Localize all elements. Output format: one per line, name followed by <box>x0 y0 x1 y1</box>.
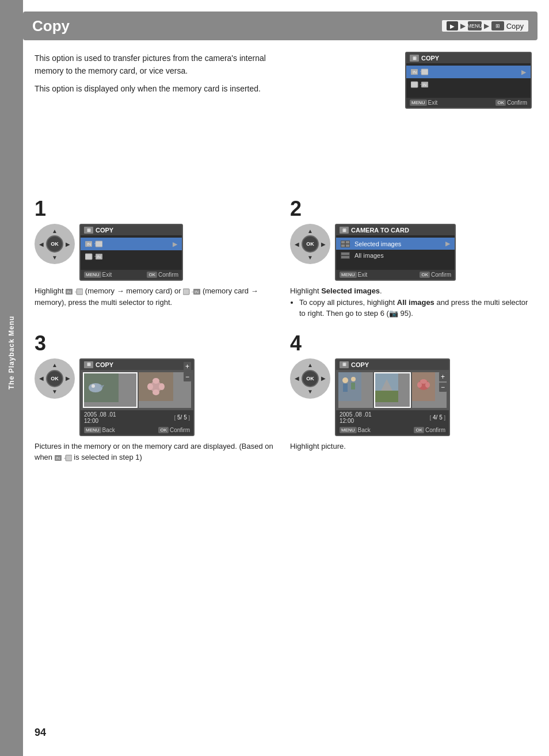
svg-rect-27 <box>341 245 345 247</box>
svg-point-39 <box>152 390 159 395</box>
page-title: Copy <box>32 17 70 35</box>
intro-lcd-body: IN→ ▶ →IN <box>406 63 531 98</box>
play-icon: ▶ <box>447 21 458 30</box>
step-3-lcd: ⊞ COPY <box>79 358 195 436</box>
svg-rect-20 <box>183 289 189 295</box>
step-1-lcd: ⊞ COPY IN→ ▶ →IN <box>79 224 183 281</box>
step-4-thumb1 <box>338 372 373 408</box>
step-2-text: Highlight Selected images. To copy all p… <box>290 285 532 319</box>
breadcrumb-copy-text: Copy <box>506 22 524 30</box>
svg-rect-48 <box>343 384 348 392</box>
svg-point-57 <box>417 382 422 388</box>
header-bar: Copy ▶ ▶ MENU ▶ ⊞ Copy <box>23 12 537 40</box>
svg-text:IN: IN <box>195 290 199 294</box>
svg-rect-4 <box>411 82 418 87</box>
svg-rect-50 <box>351 383 355 390</box>
step-2-lcd: ⊞ CAMERA TO CARD Selected images ▶ <box>335 224 456 281</box>
svg-rect-26 <box>346 241 349 243</box>
svg-rect-19 <box>77 289 83 295</box>
svg-rect-46 <box>338 372 361 401</box>
step-3-content: OK ▲ ▼ ◀ ▶ ⊞ COPY <box>35 358 276 436</box>
copy-icon: ⊞ <box>491 21 504 30</box>
svg-text:IN: IN <box>87 242 91 246</box>
svg-rect-28 <box>346 245 349 247</box>
intro-row2: →IN <box>406 78 531 91</box>
step-1: 1 OK ▲ ▼ ◀ ▶ ⊞ COPY <box>35 198 276 319</box>
svg-point-38 <box>152 378 159 384</box>
svg-point-49 <box>351 377 356 381</box>
intro-lcd-footer: MENU Exit OK Confirm <box>406 98 531 108</box>
side-tab: The Playback Menu <box>0 0 23 756</box>
breadcrumb: ▶ ▶ MENU ▶ ⊞ Copy <box>442 20 528 32</box>
intro-screen: ⊞ COPY IN→ ▶ →IN MENU Exit OK C <box>405 52 532 109</box>
step-4-lcd: ⊞ COPY <box>335 358 450 436</box>
svg-rect-11 <box>96 241 102 247</box>
step-4-thumb2 <box>374 372 411 408</box>
svg-point-41 <box>159 383 165 390</box>
step-4: 4 OK ▲ ▼ ◀ ▶ ⊞ COPY <box>290 333 532 463</box>
step-2: 2 OK ▲ ▼ ◀ ▶ ⊞ CAMERA TO CARD <box>290 198 532 319</box>
page-number: 94 <box>35 727 46 739</box>
menu-icon: MENU <box>468 21 482 30</box>
copy-header-icon: ⊞ <box>410 55 419 62</box>
svg-point-47 <box>342 377 348 383</box>
intro-lcd-header: ⊞ COPY <box>406 53 531 63</box>
step-1-number: 1 <box>35 198 276 219</box>
step-1-text: Highlight IN→ (memory → memory card) or … <box>35 285 276 308</box>
svg-rect-30 <box>341 253 349 255</box>
svg-rect-3 <box>421 69 428 75</box>
svg-point-58 <box>425 382 430 388</box>
svg-rect-12 <box>85 254 92 259</box>
svg-point-35 <box>92 384 95 388</box>
intro-paragraph1: This option is used to transfer pictures… <box>35 52 282 78</box>
intro-paragraph2: This option is displayed only when the m… <box>35 82 282 95</box>
svg-point-33 <box>89 383 102 392</box>
step-2-dpad: OK ▲ ▼ ◀ ▶ <box>290 224 330 264</box>
step-4-text: Highlight picture. <box>290 441 532 452</box>
step-2-content: OK ▲ ▼ ◀ ▶ ⊞ CAMERA TO CARD <box>290 224 532 281</box>
svg-text:IN: IN <box>413 70 417 74</box>
step-4-content: OK ▲ ▼ ◀ ▶ ⊞ COPY <box>290 358 532 436</box>
step-1-dpad: OK ▲ ▼ ◀ ▶ <box>35 224 75 264</box>
step-3-thumb1 <box>83 372 138 408</box>
step-2-number: 2 <box>290 198 532 219</box>
svg-text:IN: IN <box>97 255 101 259</box>
svg-rect-45 <box>66 455 72 461</box>
side-tab-label: The Playback Menu <box>7 366 16 390</box>
intro-lcd: ⊞ COPY IN→ ▶ →IN MENU Exit OK C <box>405 52 532 109</box>
step-1-content: OK ▲ ▼ ◀ ▶ ⊞ COPY IN→ <box>35 224 276 281</box>
svg-text:IN: IN <box>67 290 71 294</box>
svg-rect-25 <box>341 241 345 243</box>
svg-text:IN: IN <box>56 456 60 460</box>
svg-point-40 <box>147 383 153 390</box>
svg-text:IN: IN <box>422 83 426 87</box>
step-4-dpad: OK ▲ ▼ ◀ ▶ <box>290 358 330 399</box>
svg-rect-52 <box>375 391 398 402</box>
main-content: This option is used to transfer pictures… <box>35 52 532 463</box>
step-3-text: Pictures in the memory or on the memory … <box>35 441 276 463</box>
intro-text: This option is used to transfer pictures… <box>35 52 282 95</box>
steps-grid: 1 OK ▲ ▼ ◀ ▶ ⊞ COPY <box>35 198 532 463</box>
step-4-number: 4 <box>290 333 532 354</box>
svg-rect-31 <box>341 256 349 258</box>
intro-row1: IN→ ▶ <box>406 66 531 78</box>
step-3-dpad: OK ▲ ▼ ◀ ▶ <box>35 358 75 399</box>
step-3: 3 OK ▲ ▼ ◀ ▶ ⊞ COPY <box>35 333 276 463</box>
step-3-number: 3 <box>35 333 276 354</box>
